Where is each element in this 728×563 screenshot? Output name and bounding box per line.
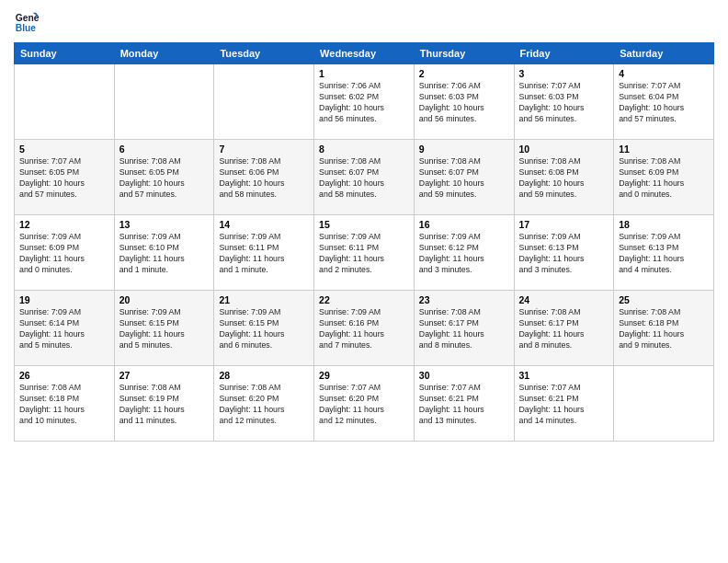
day-number: 26 [19,370,109,381]
day-info: Sunrise: 7:06 AM Sunset: 6:02 PM Dayligh… [319,81,409,125]
day-info: Sunrise: 7:09 AM Sunset: 6:11 PM Dayligh… [219,232,309,276]
day-info: Sunrise: 7:08 AM Sunset: 6:18 PM Dayligh… [19,383,109,427]
day-number: 31 [519,370,609,381]
calendar-cell: 24Sunrise: 7:08 AM Sunset: 6:17 PM Dayli… [514,291,614,366]
day-info: Sunrise: 7:08 AM Sunset: 6:06 PM Dayligh… [219,156,309,201]
day-number: 23 [419,294,509,305]
weekday-header: Saturday [614,43,714,64]
day-info: Sunrise: 7:09 AM Sunset: 6:15 PM Dayligh… [119,307,210,351]
weekday-header: Friday [514,43,614,64]
day-number: 20 [119,294,210,305]
day-info: Sunrise: 7:09 AM Sunset: 6:15 PM Dayligh… [219,307,309,351]
calendar-week-row: 1Sunrise: 7:06 AM Sunset: 6:02 PM Daylig… [15,64,714,140]
day-info: Sunrise: 7:09 AM Sunset: 6:12 PM Dayligh… [419,232,509,276]
day-info: Sunrise: 7:08 AM Sunset: 6:17 PM Dayligh… [519,307,609,351]
calendar-cell: 10Sunrise: 7:08 AM Sunset: 6:08 PM Dayli… [514,140,614,215]
day-number: 17 [519,219,609,230]
day-number: 12 [19,219,109,230]
logo: General Blue [14,9,43,35]
day-number: 5 [19,144,109,155]
weekday-header: Sunday [15,43,115,64]
day-info: Sunrise: 7:09 AM Sunset: 6:09 PM Dayligh… [19,232,109,276]
calendar-cell: 11Sunrise: 7:08 AM Sunset: 6:09 PM Dayli… [614,140,714,215]
day-number: 9 [419,144,509,155]
calendar-cell [214,64,314,140]
weekday-header: Wednesday [314,43,415,64]
day-info: Sunrise: 7:08 AM Sunset: 6:05 PM Dayligh… [119,156,210,201]
calendar-cell [114,64,214,140]
calendar-cell: 18Sunrise: 7:09 AM Sunset: 6:13 PM Dayli… [614,215,714,291]
day-info: Sunrise: 7:07 AM Sunset: 6:21 PM Dayligh… [519,383,609,427]
day-number: 19 [19,294,109,305]
calendar-cell: 16Sunrise: 7:09 AM Sunset: 6:12 PM Dayli… [414,215,514,291]
day-number: 6 [119,144,210,155]
day-info: Sunrise: 7:09 AM Sunset: 6:13 PM Dayligh… [619,232,709,276]
day-number: 24 [519,294,609,305]
day-info: Sunrise: 7:07 AM Sunset: 6:04 PM Dayligh… [619,81,709,125]
calendar-cell: 26Sunrise: 7:08 AM Sunset: 6:18 PM Dayli… [15,366,115,442]
day-number: 10 [519,144,609,155]
calendar-cell: 19Sunrise: 7:09 AM Sunset: 6:14 PM Dayli… [15,291,115,366]
day-number: 27 [119,370,210,381]
header: General Blue [14,9,714,35]
day-info: Sunrise: 7:09 AM Sunset: 6:10 PM Dayligh… [119,232,210,276]
day-info: Sunrise: 7:08 AM Sunset: 6:17 PM Dayligh… [419,307,509,351]
day-info: Sunrise: 7:08 AM Sunset: 6:18 PM Dayligh… [619,307,709,351]
calendar-cell: 29Sunrise: 7:07 AM Sunset: 6:20 PM Dayli… [314,366,415,442]
day-number: 4 [619,68,709,79]
calendar-cell: 22Sunrise: 7:09 AM Sunset: 6:16 PM Dayli… [314,291,415,366]
calendar-table: SundayMondayTuesdayWednesdayThursdayFrid… [14,42,714,442]
calendar-week-row: 12Sunrise: 7:09 AM Sunset: 6:09 PM Dayli… [15,215,714,291]
day-info: Sunrise: 7:09 AM Sunset: 6:11 PM Dayligh… [319,232,409,276]
day-number: 22 [319,294,409,305]
calendar-cell: 27Sunrise: 7:08 AM Sunset: 6:19 PM Dayli… [114,366,214,442]
calendar-cell [614,366,714,442]
day-number: 18 [619,219,709,230]
day-info: Sunrise: 7:07 AM Sunset: 6:20 PM Dayligh… [319,383,409,427]
calendar-cell: 6Sunrise: 7:08 AM Sunset: 6:05 PM Daylig… [114,140,214,215]
day-info: Sunrise: 7:08 AM Sunset: 6:07 PM Dayligh… [419,156,509,201]
calendar-cell: 5Sunrise: 7:07 AM Sunset: 6:05 PM Daylig… [15,140,115,215]
day-number: 29 [319,370,409,381]
day-number: 21 [219,294,309,305]
day-info: Sunrise: 7:08 AM Sunset: 6:09 PM Dayligh… [619,156,709,201]
day-number: 13 [119,219,210,230]
day-number: 16 [419,219,509,230]
calendar-cell: 21Sunrise: 7:09 AM Sunset: 6:15 PM Dayli… [214,291,314,366]
calendar-cell [15,64,115,140]
calendar-cell: 13Sunrise: 7:09 AM Sunset: 6:10 PM Dayli… [114,215,214,291]
calendar-cell: 2Sunrise: 7:06 AM Sunset: 6:03 PM Daylig… [414,64,514,140]
day-number: 14 [219,219,309,230]
day-info: Sunrise: 7:08 AM Sunset: 6:08 PM Dayligh… [519,156,609,201]
calendar-cell: 8Sunrise: 7:08 AM Sunset: 6:07 PM Daylig… [314,140,415,215]
day-number: 28 [219,370,309,381]
day-info: Sunrise: 7:07 AM Sunset: 6:05 PM Dayligh… [19,156,109,201]
svg-text:Blue: Blue [16,23,37,33]
day-info: Sunrise: 7:09 AM Sunset: 6:16 PM Dayligh… [319,307,409,351]
day-info: Sunrise: 7:09 AM Sunset: 6:14 PM Dayligh… [19,307,109,351]
calendar-cell: 30Sunrise: 7:07 AM Sunset: 6:21 PM Dayli… [414,366,514,442]
calendar-cell: 3Sunrise: 7:07 AM Sunset: 6:03 PM Daylig… [514,64,614,140]
calendar-cell: 31Sunrise: 7:07 AM Sunset: 6:21 PM Dayli… [514,366,614,442]
page: General Blue SundayMondayTuesdayWednesda… [0,0,728,563]
calendar-cell: 25Sunrise: 7:08 AM Sunset: 6:18 PM Dayli… [614,291,714,366]
calendar-cell: 17Sunrise: 7:09 AM Sunset: 6:13 PM Dayli… [514,215,614,291]
day-info: Sunrise: 7:08 AM Sunset: 6:07 PM Dayligh… [319,156,409,201]
day-number: 8 [319,144,409,155]
calendar-week-row: 5Sunrise: 7:07 AM Sunset: 6:05 PM Daylig… [15,140,714,215]
logo-icon: General Blue [14,9,40,35]
day-number: 30 [419,370,509,381]
day-number: 15 [319,219,409,230]
day-info: Sunrise: 7:08 AM Sunset: 6:20 PM Dayligh… [219,383,309,427]
day-info: Sunrise: 7:07 AM Sunset: 6:03 PM Dayligh… [519,81,609,125]
day-number: 25 [619,294,709,305]
day-number: 2 [419,68,509,79]
calendar-cell: 20Sunrise: 7:09 AM Sunset: 6:15 PM Dayli… [114,291,214,366]
day-number: 1 [319,68,409,79]
day-info: Sunrise: 7:09 AM Sunset: 6:13 PM Dayligh… [519,232,609,276]
calendar-cell: 9Sunrise: 7:08 AM Sunset: 6:07 PM Daylig… [414,140,514,215]
calendar-cell: 1Sunrise: 7:06 AM Sunset: 6:02 PM Daylig… [314,64,415,140]
calendar-cell: 15Sunrise: 7:09 AM Sunset: 6:11 PM Dayli… [314,215,415,291]
day-info: Sunrise: 7:08 AM Sunset: 6:19 PM Dayligh… [119,383,210,427]
weekday-header: Tuesday [214,43,314,64]
